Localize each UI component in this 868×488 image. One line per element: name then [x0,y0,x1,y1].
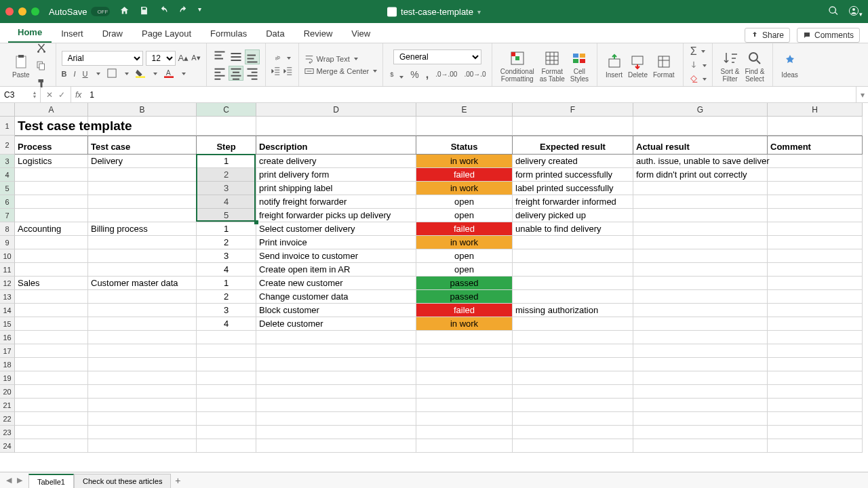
name-box[interactable]: C3 ▴▾ [0,87,41,102]
cell[interactable]: 3 [197,182,256,195]
cell[interactable] [256,426,416,439]
cell[interactable] [768,182,863,195]
cell[interactable] [633,385,768,399]
cell[interactable] [633,277,768,290]
column-header-A[interactable]: A [15,103,88,117]
row-header-14[interactable]: 14 [0,304,15,317]
row-header-6[interactable]: 6 [0,195,15,209]
cell[interactable] [416,371,513,385]
cell[interactable] [513,263,633,277]
enter-formula-icon[interactable]: ✓ [58,90,65,100]
sort-filter-button[interactable]: Sort & Filter [718,47,743,83]
cell[interactable]: 5 [197,209,256,222]
cell[interactable] [768,117,863,136]
cell[interactable] [768,317,863,331]
orientation-button[interactable]: ab [273,53,283,64]
cell[interactable] [768,195,863,209]
status-cell[interactable]: in work [416,155,513,168]
increase-indent-button[interactable] [283,66,293,77]
cell[interactable]: label printed successfully [513,182,633,195]
row-header-16[interactable]: 16 [0,331,15,344]
qat-chevron-icon[interactable]: ▾ [198,5,201,18]
add-sheet-button[interactable]: + [171,475,184,486]
table-header[interactable]: Expected result [513,136,633,155]
cell[interactable] [513,117,633,136]
cell[interactable] [633,331,768,344]
cell[interactable] [15,426,88,439]
cell[interactable] [768,426,863,439]
cell[interactable] [88,195,197,209]
autosave-switch[interactable]: OFF [91,7,110,16]
cell[interactable] [513,249,633,263]
cell[interactable] [768,236,863,249]
format-cells-button[interactable]: Format [650,51,677,79]
cell[interactable] [15,195,88,209]
column-header-D[interactable]: D [256,103,416,117]
column-header-E[interactable]: E [416,103,513,117]
table-header[interactable]: Status [416,136,513,155]
insert-cells-button[interactable]: Insert [603,51,625,79]
column-header-F[interactable]: F [513,103,633,117]
cell[interactable] [197,358,256,371]
cell[interactable] [513,344,633,358]
table-header[interactable]: Actual result [633,136,768,155]
cell[interactable] [256,344,416,358]
row-header-3[interactable]: 3 [0,155,15,168]
comma-button[interactable]: , [426,68,429,81]
align-top-button[interactable] [212,49,227,64]
border-button[interactable] [107,68,117,79]
row-header-2[interactable]: 2 [0,136,15,155]
status-cell[interactable]: open [416,209,513,222]
decrease-decimal-button[interactable]: .00→.0 [464,70,486,78]
cell[interactable] [633,195,768,209]
underline-button[interactable]: U [83,70,88,78]
row-header-10[interactable]: 10 [0,249,15,263]
font-color-button[interactable]: A [164,68,174,79]
cell[interactable]: Delete customer [256,317,416,331]
cell[interactable] [15,385,88,399]
cell[interactable] [256,412,416,426]
table-header[interactable]: Comment [768,136,863,155]
minimize-window-button[interactable] [18,7,26,16]
cell[interactable] [633,222,768,236]
save-icon[interactable] [139,5,149,18]
row-header-24[interactable]: 24 [0,439,15,453]
cell[interactable] [15,399,88,412]
autosave-toggle[interactable]: AutoSave OFF [49,7,110,17]
paste-button[interactable]: Paste [9,51,33,79]
cell[interactable]: Create open item in AR [256,263,416,277]
redo-icon[interactable] [178,5,189,18]
table-header[interactable]: Test case [88,136,197,155]
cell[interactable]: Sales [15,277,88,290]
status-cell[interactable]: passed [416,290,513,304]
cell[interactable]: auth. issue, unable to save deliver [633,155,768,168]
cell[interactable] [15,263,88,277]
format-as-table-button[interactable]: Format as Table [537,47,568,83]
cell[interactable] [416,439,513,453]
cell[interactable] [88,263,197,277]
cell[interactable]: Billing process [88,222,197,236]
column-header-B[interactable]: B [88,103,197,117]
cell[interactable] [88,182,197,195]
cell[interactable] [256,371,416,385]
cell[interactable] [15,344,88,358]
status-cell[interactable]: in work [416,182,513,195]
cell[interactable] [15,371,88,385]
expand-formula-bar-icon[interactable]: ▾ [856,87,868,102]
cell[interactable] [633,439,768,453]
fill-button[interactable] [689,60,698,71]
cell[interactable] [416,117,513,136]
cell[interactable]: 3 [197,249,256,263]
wrap-text-button[interactable]: Wrap Text [304,54,358,64]
cell[interactable]: unable to find delivery [513,222,633,236]
font-name-select[interactable]: Arial [62,51,143,66]
cell[interactable] [633,290,768,304]
cell[interactable] [197,399,256,412]
cell[interactable] [633,304,768,317]
cell[interactable]: print shipping label [256,182,416,195]
cell[interactable] [15,331,88,344]
cell[interactable] [513,236,633,249]
row-header-9[interactable]: 9 [0,236,15,249]
cell[interactable] [256,439,416,453]
cell[interactable]: 2 [197,290,256,304]
